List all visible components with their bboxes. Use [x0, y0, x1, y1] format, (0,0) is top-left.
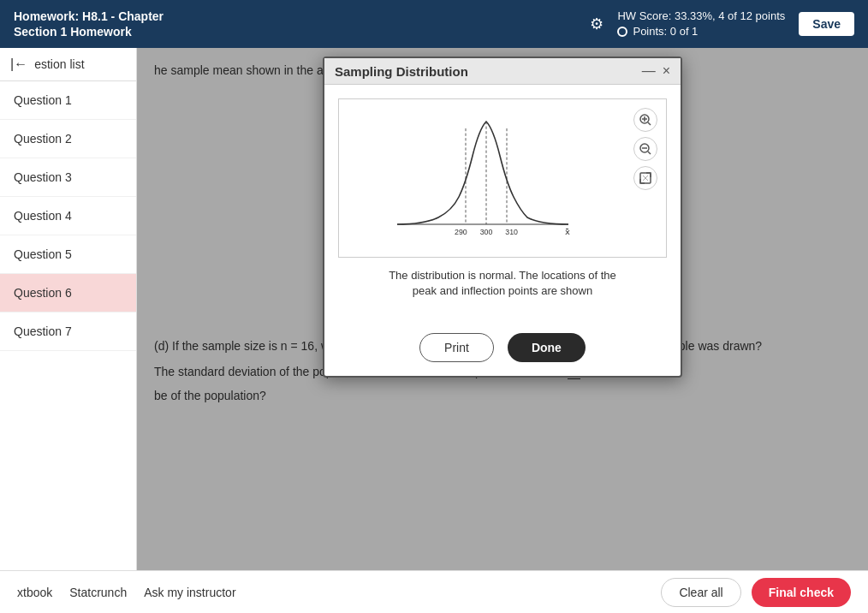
main-area: |← estion list Question 1 Question 2 Que… — [0, 48, 868, 570]
hw-score: HW Score: 33.33%, 4 of 12 points Points:… — [617, 9, 785, 39]
statcrunch-link[interactable]: Statcrunch — [69, 586, 127, 599]
chart-icons — [633, 108, 657, 248]
sidebar-item-question3[interactable]: Question 3 — [0, 158, 136, 197]
chart-caption: The distribution is normal. The location… — [338, 268, 667, 299]
modal-close-button[interactable]: × — [663, 63, 670, 79]
svg-line-13 — [648, 152, 651, 154]
ask-instructor-link[interactable]: Ask my instructor — [144, 586, 235, 599]
chart-container: 290 300 310 x̄ — [338, 98, 667, 258]
done-button[interactable]: Done — [508, 333, 586, 362]
clear-all-button[interactable]: Clear all — [661, 578, 740, 607]
collapse-icon[interactable]: |← — [10, 57, 27, 72]
sidebar-item-question7[interactable]: Question 7 — [0, 312, 136, 351]
bottom-bar: xtbook Statcrunch Ask my instructor Clea… — [0, 570, 868, 613]
sidebar-item-question6[interactable]: Question 6 — [0, 274, 136, 312]
bottom-links: xtbook Statcrunch Ask my instructor — [17, 586, 236, 599]
textbook-link[interactable]: xtbook — [17, 586, 52, 599]
sidebar-item-question4[interactable]: Question 4 — [0, 197, 136, 235]
modal-body: 290 300 310 x̄ — [324, 85, 681, 326]
homework-title: Homework: H8.1 - Chapter Section 1 Homew… — [14, 9, 163, 39]
sampling-distribution-modal: Sampling Distribution — × — [323, 57, 682, 378]
sidebar-item-question5[interactable]: Question 5 — [0, 235, 136, 274]
content-area: he sample mean shown in the accompanying… — [137, 48, 868, 570]
final-check-button[interactable]: Final check — [752, 578, 851, 607]
modal-title: Sampling Distribution — [335, 64, 468, 79]
circle-icon — [617, 27, 627, 37]
sidebar: |← estion list Question 1 Question 2 Que… — [0, 48, 137, 570]
svg-text:300: 300 — [480, 228, 493, 236]
modal-footer: Print Done — [324, 326, 681, 376]
modal-overlay: Sampling Distribution — × — [137, 48, 868, 570]
gear-icon[interactable]: ⚙ — [590, 15, 603, 33]
zoom-out-button[interactable] — [633, 137, 657, 161]
bottom-actions: Clear all Final check — [661, 578, 851, 607]
sidebar-header: |← estion list — [0, 48, 136, 81]
modal-controls: — × — [642, 63, 670, 79]
svg-text:310: 310 — [505, 228, 518, 236]
save-button[interactable]: Save — [799, 12, 854, 36]
header: Homework: H8.1 - Chapter Section 1 Homew… — [0, 0, 868, 48]
expand-button[interactable] — [633, 166, 657, 190]
svg-line-9 — [648, 122, 651, 125]
sidebar-item-question2[interactable]: Question 2 — [0, 120, 136, 158]
chart-area: 290 300 310 x̄ — [348, 108, 625, 248]
zoom-in-button[interactable] — [633, 108, 657, 132]
modal-titlebar: Sampling Distribution — × — [324, 58, 681, 85]
sidebar-item-question1[interactable]: Question 1 — [0, 81, 136, 120]
modal-minimize-button[interactable]: — — [642, 63, 656, 79]
print-button[interactable]: Print — [419, 333, 494, 362]
bell-curve-chart: 290 300 310 x̄ — [348, 108, 625, 245]
svg-text:290: 290 — [455, 228, 467, 236]
svg-text:x̄: x̄ — [565, 227, 570, 236]
header-right: ⚙ HW Score: 33.33%, 4 of 12 points Point… — [590, 9, 854, 39]
